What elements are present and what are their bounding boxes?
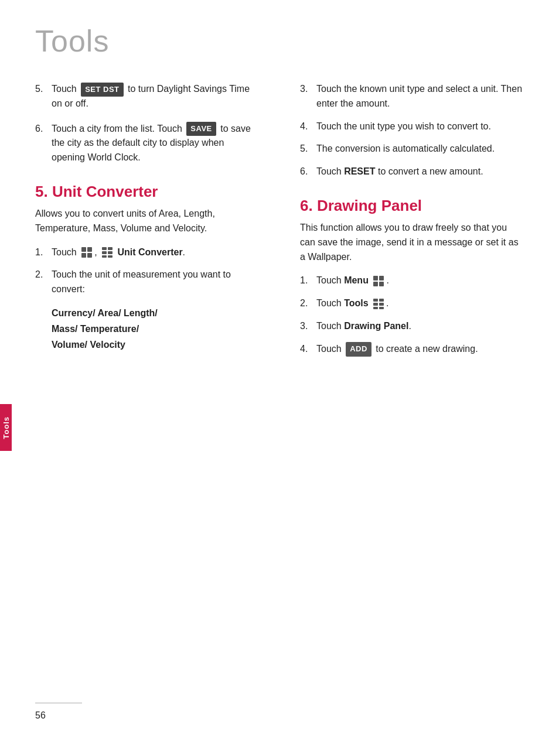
svg-rect-7 <box>108 251 113 254</box>
svg-rect-19 <box>379 307 384 309</box>
unit-right-step-5-num: 5. <box>300 142 316 156</box>
prev-step-6: 6. Touch a city from the list. Touch SAV… <box>35 122 259 165</box>
drawing-step-1: 1. Touch Menu . <box>300 273 524 288</box>
right-column: 3. Touch the known unit type and select … <box>294 82 524 365</box>
unit-step-2-text: Touch the unit of measurement you want t… <box>52 268 259 297</box>
svg-rect-13 <box>379 282 384 286</box>
unit-step-1-text: Touch , <box>52 245 185 260</box>
drawing-step-4-text: Touch ADD to create a new drawing. <box>316 342 478 357</box>
unit-right-step-3: 3. Touch the known unit type and select … <box>300 82 524 111</box>
prev-section: 5. Touch SET DST to turn Daylight Saving… <box>35 82 259 165</box>
drawing-step-3-text: Touch Drawing Panel. <box>316 319 411 334</box>
page-number: 56 <box>35 710 46 721</box>
svg-rect-16 <box>373 303 378 306</box>
menu-icon-1 <box>80 246 93 259</box>
unit-converter-bold: Unit Converter <box>117 247 182 257</box>
unit-right-step-3-num: 3. <box>300 82 316 111</box>
svg-rect-2 <box>81 253 86 258</box>
left-column: 5. Touch SET DST to turn Daylight Saving… <box>35 82 271 365</box>
prev-step-6-text: Touch a city from the list. Touch SAVE t… <box>52 122 259 165</box>
prev-step-5: 5. Touch SET DST to turn Daylight Saving… <box>35 82 259 111</box>
drawing-panel-heading: 6. Drawing Panel <box>300 197 524 215</box>
unit-right-step-4-num: 4. <box>300 119 316 134</box>
svg-rect-14 <box>373 299 378 302</box>
svg-rect-6 <box>102 251 107 254</box>
unit-converter-right-steps: 3. Touch the known unit type and select … <box>300 82 524 179</box>
two-col-layout: 5. Touch SET DST to turn Daylight Saving… <box>35 82 524 365</box>
drawing-step-2-num: 2. <box>300 296 316 311</box>
tools-bold: Tools <box>344 298 368 308</box>
svg-rect-17 <box>379 303 384 306</box>
unit-right-step-5: 5. The conversion is automatically calcu… <box>300 142 524 156</box>
svg-rect-5 <box>108 247 113 250</box>
unit-right-step-6-text: Touch RESET to convert a new amount. <box>316 165 483 179</box>
set-dst-badge: SET DST <box>81 83 123 97</box>
unit-step-2-num: 2. <box>35 268 52 297</box>
menu-icon-2 <box>372 275 385 288</box>
unit-right-step-6-num: 6. <box>300 165 316 179</box>
prev-step-5-text: Touch SET DST to turn Daylight Savings T… <box>52 82 259 111</box>
unit-right-step-6: 6. Touch RESET to convert a new amount. <box>300 165 524 179</box>
unit-right-step-3-text: Touch the known unit type and select a u… <box>316 82 524 111</box>
drawing-panel-section: 6. Drawing Panel This function allows yo… <box>300 197 524 357</box>
svg-rect-1 <box>87 247 92 252</box>
drawing-step-3-num: 3. <box>300 319 316 334</box>
drawing-step-1-num: 1. <box>300 273 316 288</box>
sidebar-label: Tools <box>2 416 11 439</box>
drawing-step-4: 4. Touch ADD to create a new drawing. <box>300 342 524 357</box>
drawing-panel-intro: This function allows you to draw freely … <box>300 221 524 264</box>
add-badge: ADD <box>346 342 371 356</box>
unit-converter-heading: 5. Unit Converter <box>35 183 259 201</box>
unit-converter-intro: Allows you to convert units of Area, Len… <box>35 207 259 236</box>
tools-icon-1 <box>101 246 114 259</box>
drawing-step-3: 3. Touch Drawing Panel. <box>300 319 524 334</box>
reset-bold: RESET <box>344 166 375 176</box>
svg-rect-10 <box>373 276 378 280</box>
svg-rect-11 <box>379 276 384 280</box>
page-container: Tools Tools 5. Touch SET DST to turn Day… <box>0 0 559 756</box>
svg-rect-9 <box>108 255 113 258</box>
unit-step-2: 2. Touch the unit of measurement you wan… <box>35 268 259 297</box>
unit-converter-section: 5. Unit Converter Allows you to convert … <box>35 183 259 353</box>
svg-rect-3 <box>87 253 92 258</box>
svg-rect-0 <box>81 247 86 252</box>
unit-step-1: 1. Touch , <box>35 245 259 260</box>
save-badge: SAVE <box>186 122 216 136</box>
sidebar-tab: Tools <box>0 404 12 451</box>
svg-rect-15 <box>379 299 384 302</box>
svg-rect-18 <box>373 307 378 309</box>
bottom-divider <box>35 703 82 703</box>
drawing-step-1-text: Touch Menu . <box>316 273 389 288</box>
menu-bold: Menu <box>344 275 369 285</box>
drawing-step-2: 2. Touch Tools . <box>300 296 524 311</box>
prev-step-6-num: 6. <box>35 122 52 165</box>
drawing-step-4-num: 4. <box>300 342 316 357</box>
unit-step-1-num: 1. <box>35 245 52 260</box>
drawing-step-2-text: Touch Tools . <box>316 296 389 311</box>
svg-rect-4 <box>102 247 107 250</box>
currencies-list: Currency/ Area/ Length/ Mass/ Temperatur… <box>52 305 259 353</box>
page-title: Tools <box>35 23 524 59</box>
tools-icon-2 <box>372 297 385 310</box>
svg-rect-12 <box>373 282 378 286</box>
drawing-panel-bold: Drawing Panel <box>344 321 408 331</box>
prev-step-5-num: 5. <box>35 82 52 111</box>
unit-right-step-4-text: Touch the unit type you wish to convert … <box>316 119 491 134</box>
unit-right-step-5-text: The conversion is automatically calculat… <box>316 142 495 156</box>
unit-right-step-4: 4. Touch the unit type you wish to conve… <box>300 119 524 134</box>
svg-rect-8 <box>102 255 107 258</box>
